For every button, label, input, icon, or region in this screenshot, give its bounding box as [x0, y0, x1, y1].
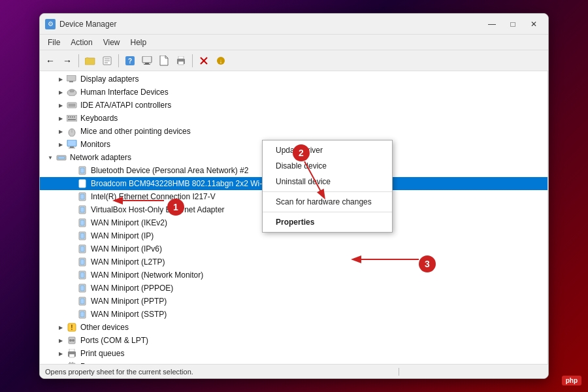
toolbar-separator-3 [192, 54, 193, 67]
tree-item-wan-netmon[interactable]: WAN Miniport (Network Monitor) [40, 269, 547, 282]
svg-rect-7 [142, 56, 152, 63]
expand-icon-processors: ▶ [56, 364, 66, 365]
expand-icon-broadcom [66, 181, 76, 187]
tree-item-wan-ipv6[interactable]: WAN Miniport (IPv6) [40, 242, 547, 255]
close-button[interactable]: ✕ [525, 18, 543, 31]
processors-label: Processors [80, 362, 120, 364]
expand-icon-keyboards: ▶ [56, 116, 66, 122]
doc-button[interactable] [156, 53, 172, 69]
svg-rect-35 [58, 157, 65, 159]
tree-item-ports[interactable]: ▶ Ports (COM & LPT) [40, 334, 547, 347]
svg-rect-51 [80, 259, 84, 265]
svg-rect-41 [80, 194, 84, 199]
tree-item-processors[interactable]: ▶ Processors [40, 360, 547, 364]
svg-rect-45 [80, 220, 84, 225]
svg-rect-9 [144, 64, 150, 65]
help-button[interactable]: ? [122, 53, 138, 69]
svg-point-63 [69, 339, 72, 342]
display-adapters-label: Display adapters [80, 74, 139, 84]
menu-file[interactable]: File [42, 37, 65, 48]
other-devices-label: Other devices [80, 323, 129, 332]
expand-icon-mice: ▶ [56, 129, 66, 135]
svg-rect-37 [80, 168, 84, 173]
svg-rect-24 [68, 116, 69, 118]
tree-item-mice[interactable]: ▶ Mice and other pointing devices [40, 125, 547, 138]
wan-pptp-label: WAN Miniport (PPTP) [91, 297, 167, 306]
ctx-separator-2 [263, 212, 392, 212]
svg-point-64 [72, 339, 74, 342]
other-devices-icon: ! [66, 322, 78, 333]
broadcom-icon [76, 178, 88, 189]
ctx-disable-device[interactable]: Disable device [263, 158, 392, 174]
tree-item-wan-sstp[interactable]: WAN Miniport (SSTP) [40, 308, 547, 321]
network-icon [56, 152, 67, 163]
mice-label: Mice and other pointing devices [80, 127, 191, 136]
wan-pptp-icon [76, 296, 88, 306]
svg-rect-39 [80, 181, 84, 186]
back-button[interactable]: ← [42, 53, 58, 69]
tree-item-ide[interactable]: ▶ IDE ATA/ATAPI controllers [40, 99, 547, 112]
tree-item-wan-l2tp[interactable]: WAN Miniport (L2TP) [40, 255, 547, 269]
maximize-button[interactable]: □ [504, 18, 522, 31]
hid-label: Human Interface Devices [80, 88, 169, 97]
expand-icon-print: ▶ [56, 351, 66, 357]
status-text: Opens property sheet for the current sel… [45, 368, 399, 376]
tree-item-wan-pppoe[interactable]: WAN Miniport (PPPOE) [40, 282, 547, 295]
svg-rect-59 [80, 312, 84, 317]
print-button[interactable] [173, 53, 189, 69]
wan-ipv6-label: WAN Miniport (IPv6) [91, 244, 162, 253]
bluetooth-label: Bluetooth Device (Personal Area Network)… [91, 166, 248, 175]
svg-rect-12 [178, 61, 184, 65]
monitor-button[interactable] [139, 53, 155, 69]
main-content: ▶ Display adapters ▶ Human Interface Dev… [40, 71, 548, 364]
svg-rect-11 [178, 56, 184, 59]
svg-rect-68 [69, 363, 75, 364]
expand-icon: ▶ [56, 76, 66, 82]
tree-item-hid[interactable]: ▶ Human Interface Devices [40, 86, 547, 99]
ctx-uninstall-device[interactable]: Uninstall device [263, 174, 392, 189]
status-section-3 [478, 368, 543, 376]
toolbar-separator-1 [78, 54, 79, 67]
menu-bar: File Action View Help [40, 35, 548, 50]
svg-rect-53 [80, 272, 84, 278]
display-adapters-icon [66, 74, 78, 84]
svg-rect-55 [80, 286, 84, 291]
tree-item-print-queues[interactable]: ▶ Print queues [40, 347, 547, 360]
down-button[interactable]: ↓ [213, 53, 229, 69]
folder-button[interactable] [82, 53, 98, 69]
minimize-button[interactable]: — [483, 18, 501, 31]
properties-button[interactable] [99, 53, 115, 69]
forward-button[interactable]: → [59, 53, 75, 69]
hid-icon [66, 87, 78, 97]
menu-action[interactable]: Action [65, 37, 97, 48]
wan-pppoe-label: WAN Miniport (PPPOE) [91, 284, 173, 293]
intel-ethernet-label: Intel(R) Ethernet Connection I217-V [91, 192, 216, 201]
window-controls: — □ ✕ [483, 18, 543, 31]
monitors-icon [66, 139, 78, 150]
window-title: Device Manager [59, 20, 483, 29]
svg-rect-25 [70, 116, 71, 118]
tree-item-other-devices[interactable]: ▶ ! Other devices [40, 321, 547, 334]
wan-ipv6-icon [76, 244, 88, 254]
tree-item-keyboards[interactable]: ▶ Keyboards [40, 112, 547, 125]
ports-label: Ports (COM & LPT) [80, 336, 148, 345]
svg-text:!: ! [71, 324, 73, 331]
svg-rect-67 [69, 354, 74, 357]
context-menu: Update driver Disable device Uninstall d… [262, 140, 393, 233]
svg-rect-33 [69, 148, 75, 148]
tree-item-wan-pptp[interactable]: WAN Miniport (PPTP) [40, 295, 547, 308]
wan-ip-label: WAN Miniport (IP) [91, 231, 154, 240]
menu-help[interactable]: Help [125, 37, 152, 48]
ctx-scan-hardware[interactable]: Scan for hardware changes [263, 194, 392, 210]
processors-icon [66, 361, 78, 364]
svg-rect-22 [69, 104, 75, 106]
ide-label: IDE ATA/ATAPI controllers [80, 101, 171, 110]
ctx-properties[interactable]: Properties [263, 214, 392, 230]
expand-icon-other: ▶ [56, 325, 66, 331]
delete-button[interactable] [196, 53, 212, 69]
ports-icon [66, 335, 78, 346]
svg-rect-31 [67, 140, 76, 146]
tree-item-display-adapters[interactable]: ▶ Display adapters [40, 73, 547, 86]
ctx-update-driver[interactable]: Update driver [263, 142, 392, 158]
menu-view[interactable]: View [98, 37, 125, 48]
